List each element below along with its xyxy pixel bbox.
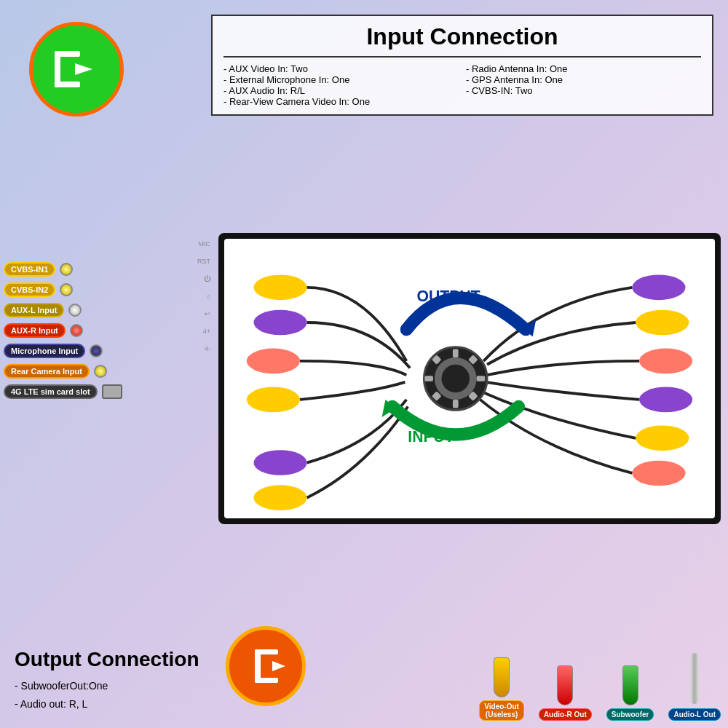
- specs-left: - AUX Video In: Two - External Microphon…: [223, 63, 459, 107]
- stereo-unit: MIC RST ⏻ ⌂ ↩ 4+ 4-: [175, 233, 721, 539]
- audio-r-out-label: Audio-R Out: [539, 708, 592, 721]
- connection-specs: - AUX Video In: Two - External Microphon…: [223, 63, 701, 107]
- mic-connector: [90, 344, 103, 357]
- aux-l-badge: AUX-L Input: [4, 303, 64, 317]
- svg-rect-33: [255, 649, 278, 654]
- subwoofer-plug: [622, 665, 638, 705]
- video-out-group: Video-Out(Useless): [479, 657, 524, 721]
- svg-point-23: [441, 365, 470, 393]
- spec-item: - Radio Antenna In: One: [466, 63, 701, 74]
- svg-rect-26: [424, 376, 433, 381]
- cvbs-in1-connector: [60, 263, 73, 276]
- svg-marker-35: [272, 661, 285, 671]
- svg-rect-24: [453, 349, 459, 358]
- spec-item: - AUX Audio In: R/L: [223, 85, 459, 96]
- side-label-vol-up: 4+: [175, 328, 210, 335]
- aux-l-label: AUX-L Input: [4, 303, 122, 317]
- side-label-power: ⏻: [175, 275, 210, 282]
- svg-point-9: [253, 450, 306, 475]
- output-spec-2: - Audio out: R, L: [15, 695, 218, 713]
- sim-label: 4G LTE sim card slot: [4, 384, 122, 399]
- aux-r-connector: [70, 324, 83, 337]
- svg-rect-34: [255, 678, 278, 683]
- svg-marker-3: [75, 63, 92, 75]
- video-out-plug: [494, 657, 510, 697]
- side-label-vol-down: 4-: [175, 345, 210, 352]
- output-specs: - SubwooferOut:One - Audio out: R, L: [15, 677, 218, 713]
- side-label-home: ⌂: [175, 293, 210, 300]
- cvbs-in1-badge: CVBS-IN1: [4, 262, 55, 277]
- svg-point-11: [632, 274, 685, 300]
- cvbs-in1-label: CVBS-IN1: [4, 262, 122, 277]
- bottom-connectors: Video-Out(Useless) Audio-R Out Subwoofer…: [479, 653, 721, 721]
- output-connection-title: Output Connection: [15, 648, 218, 671]
- svg-point-13: [639, 349, 692, 374]
- svg-text:OUTPUT: OUTPUT: [417, 288, 480, 304]
- spec-item: - External Microphone In: One: [223, 74, 459, 85]
- svg-rect-2: [55, 82, 80, 87]
- cvbs-in2-connector: [60, 283, 73, 296]
- aux-r-badge: AUX-R Input: [4, 323, 66, 338]
- svg-point-8: [247, 387, 300, 413]
- rear-camera-label: Rear Camera Input: [4, 364, 122, 379]
- input-icon-svg: [47, 40, 106, 98]
- audio-l-out-group: Audio-L Out: [668, 653, 721, 721]
- audio-l-out-label: Audio-L Out: [668, 708, 721, 721]
- output-connection-box: Output Connection - SubwooferOut:One - A…: [15, 648, 218, 713]
- audio-r-out-group: Audio-R Out: [539, 665, 592, 721]
- output-icon-circle: [226, 626, 306, 706]
- side-label-back: ↩: [175, 310, 210, 317]
- output-spec-1: - SubwooferOut:One: [15, 677, 218, 695]
- stereo-screen: OUTPUT INPUT: [224, 239, 715, 518]
- svg-point-6: [253, 310, 306, 336]
- cvbs-in2-badge: CVBS-IN2: [4, 282, 55, 297]
- spec-item: - Rear-View Camera Video In: One: [223, 96, 459, 107]
- connection-diagram-svg: OUTPUT INPUT: [224, 239, 715, 518]
- rear-camera-connector: [94, 365, 107, 378]
- left-connector-labels: CVBS-IN1 CVBS-IN2 AUX-L Input AUX-R Inpu…: [0, 262, 122, 399]
- svg-point-14: [639, 387, 692, 413]
- svg-point-5: [253, 274, 306, 300]
- svg-rect-27: [477, 376, 486, 381]
- subwoofer-group: Subwoofer: [606, 665, 654, 721]
- input-connection-title: Input Connection: [223, 23, 701, 58]
- spec-item: - GPS Antenna In: One: [466, 74, 701, 85]
- svg-text:INPUT: INPUT: [408, 428, 454, 445]
- video-out-label: Video-Out(Useless): [479, 700, 524, 721]
- svg-point-12: [636, 310, 689, 336]
- svg-point-7: [247, 349, 300, 374]
- side-label-rst: RST: [175, 258, 210, 265]
- mic-badge: Microphone Input: [4, 344, 85, 358]
- output-icon-svg: [240, 641, 291, 692]
- svg-point-10: [253, 485, 306, 510]
- audio-l-out-plug: [690, 653, 699, 704]
- specs-right: - Radio Antenna In: One - GPS Antenna In…: [466, 63, 701, 107]
- audio-r-out-plug: [557, 665, 573, 705]
- sim-connector: [102, 384, 122, 399]
- rear-camera-badge: Rear Camera Input: [4, 364, 90, 379]
- svg-point-16: [632, 461, 685, 486]
- subwoofer-label: Subwoofer: [606, 708, 654, 721]
- sim-badge: 4G LTE sim card slot: [4, 384, 98, 399]
- spec-item: - CVBS-IN: Two: [466, 85, 701, 96]
- aux-l-connector: [68, 304, 82, 317]
- side-label-mic: MIC: [175, 240, 210, 248]
- svg-point-15: [636, 426, 689, 451]
- mic-label: Microphone Input: [4, 344, 122, 358]
- cvbs-in2-label: CVBS-IN2: [4, 282, 122, 297]
- input-connection-box: Input Connection - AUX Video In: Two - E…: [211, 15, 713, 116]
- aux-r-label: AUX-R Input: [4, 323, 122, 338]
- input-icon-circle: [29, 22, 124, 116]
- svg-rect-25: [453, 400, 459, 408]
- svg-rect-1: [55, 51, 80, 57]
- spec-item: - AUX Video In: Two: [223, 63, 459, 74]
- stereo-body: OUTPUT INPUT: [218, 233, 721, 524]
